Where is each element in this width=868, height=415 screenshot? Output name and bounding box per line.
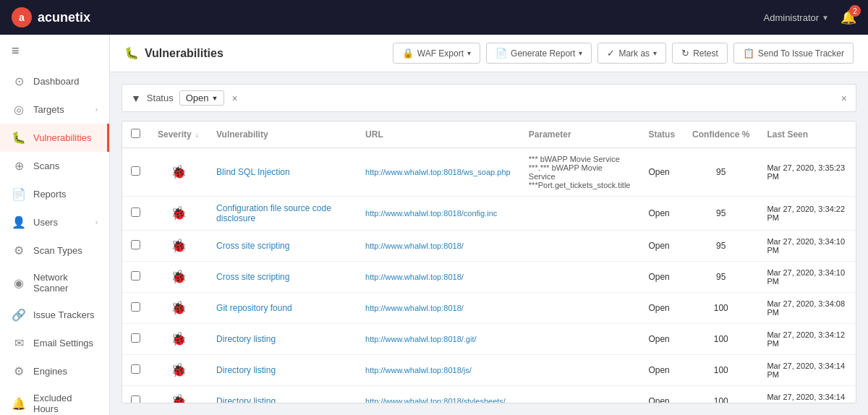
- severity-cell: 🐞: [149, 386, 208, 404]
- row-checkbox[interactable]: [131, 333, 140, 343]
- vulnerability-confidence: 100: [684, 293, 758, 324]
- vulnerability-column-header: Vulnerability: [208, 121, 357, 148]
- vulnerability-last-seen: Mar 27, 2020, 3:34:08 PM: [758, 293, 856, 324]
- vulnerability-name[interactable]: Blind SQL Injection: [208, 148, 357, 197]
- send-to-issue-tracker-button[interactable]: 📋 Send To Issue Tracker: [733, 43, 854, 64]
- sidebar-item-engines[interactable]: ⚙ Engines: [0, 357, 109, 385]
- sidebar-item-dashboard[interactable]: ⊙ Dashboard: [0, 67, 109, 95]
- vulnerability-parameter: [520, 293, 640, 324]
- severity-icon: 🐞: [171, 301, 187, 315]
- row-checkbox[interactable]: [131, 166, 140, 176]
- notification-bell[interactable]: 🔔 2: [841, 9, 856, 25]
- sidebar-item-label: Email Settings: [33, 338, 98, 348]
- sidebar-item-label: Network Scanner: [33, 272, 98, 294]
- severity-icon: 🐞: [171, 270, 187, 284]
- sidebar-item-label: Issue Trackers: [33, 309, 98, 320]
- vulnerability-url[interactable]: http://www.whalwl.top:8018/stylesheets/: [357, 386, 520, 404]
- mark-as-button[interactable]: ✓ Mark as ▾: [597, 43, 666, 64]
- severity-icon: 🐞: [171, 394, 187, 403]
- url-column-header: URL: [357, 121, 520, 148]
- vulnerability-parameter: *** bWAPP Movie Service***.*** bWAPP Mov…: [520, 148, 640, 197]
- user-menu[interactable]: Administrator ▼: [764, 12, 829, 23]
- sidebar-item-reports[interactable]: 📄 Reports: [0, 180, 109, 208]
- sidebar-item-label: Dashboard: [33, 76, 98, 87]
- send-to-tracker-label: Send To Issue Tracker: [758, 48, 844, 59]
- table-row: 🐞Directory listinghttp://www.whalwl.top:…: [122, 324, 856, 355]
- retest-button[interactable]: ↻ Retest: [672, 43, 728, 64]
- sidebar-item-vulnerabilities[interactable]: 🐛 Vulnerabilities: [0, 124, 109, 152]
- user-chevron-icon: ▼: [822, 14, 829, 22]
- vulnerability-parameter: [520, 197, 640, 231]
- severity-icon: 🐞: [171, 165, 187, 179]
- vulnerability-name[interactable]: Cross site scripting: [208, 231, 357, 262]
- retest-icon: ↻: [681, 48, 689, 59]
- severity-icon: 🐞: [171, 239, 187, 253]
- vulnerability-name[interactable]: Cross site scripting: [208, 262, 357, 293]
- status-column-header: Status: [639, 121, 684, 148]
- scans-icon: ⊕: [12, 159, 26, 173]
- filter-bar: ▼ Status Open ▼ × ×: [122, 84, 856, 112]
- sidebar-item-label: Users: [33, 217, 88, 228]
- row-checkbox[interactable]: [131, 208, 140, 217]
- filter-close-button[interactable]: ×: [841, 93, 847, 104]
- vulnerability-url[interactable]: http://www.whalwl.top:8018/: [357, 262, 520, 293]
- vulnerability-confidence: 95: [684, 231, 758, 262]
- vulnerability-url[interactable]: http://www.whalwl.top:8018/: [357, 293, 520, 324]
- severity-icon: 🐞: [171, 206, 187, 221]
- top-nav: a acunetix Administrator ▼ 🔔 2: [0, 0, 868, 35]
- caret-icon: ▾: [467, 49, 471, 57]
- sidebar-item-network-scanner[interactable]: ◉ Network Scanner: [0, 265, 109, 301]
- notification-badge: 2: [849, 5, 861, 17]
- vulnerability-parameter: [520, 231, 640, 262]
- waf-export-icon: 🔒: [402, 48, 414, 59]
- main-content: 🐛 Vulnerabilities 🔒 WAF Export ▾ 📄 Gener…: [110, 35, 868, 415]
- vulnerability-last-seen: Mar 27, 2020, 3:34:14 PM: [758, 355, 856, 386]
- table-row: 🐞Git repository foundhttp://www.whalwl.t…: [122, 293, 856, 324]
- generate-report-icon: 📄: [495, 48, 507, 59]
- filter-status-dropdown[interactable]: Open ▼: [179, 90, 225, 106]
- row-checkbox[interactable]: [131, 395, 140, 403]
- table-row: 🐞Directory listinghttp://www.whalwl.top:…: [122, 386, 856, 404]
- vulnerability-url[interactable]: http://www.whalwl.top:8018/ws_soap.php: [357, 148, 520, 197]
- vulnerability-last-seen: Mar 27, 2020, 3:34:22 PM: [758, 197, 856, 231]
- vulnerability-status: Open: [639, 262, 684, 293]
- vulnerability-url[interactable]: http://www.whalwl.top:8018/js/: [357, 355, 520, 386]
- row-checkbox[interactable]: [131, 302, 140, 312]
- severity-column-header[interactable]: Severity ↓: [149, 121, 208, 148]
- sidebar-item-issue-trackers[interactable]: 🔗 Issue Trackers: [0, 301, 109, 329]
- vulnerability-name[interactable]: Directory listing: [208, 324, 357, 355]
- row-checkbox[interactable]: [131, 240, 140, 249]
- row-checkbox[interactable]: [131, 271, 140, 281]
- filter-clear-button[interactable]: ×: [231, 93, 237, 104]
- page-title-area: 🐛 Vulnerabilities: [124, 46, 224, 60]
- select-all-header: [122, 121, 149, 148]
- vulnerability-name[interactable]: Directory listing: [208, 355, 357, 386]
- sidebar-item-users[interactable]: 👤 Users ›: [0, 208, 109, 236]
- vulnerability-parameter: [520, 324, 640, 355]
- severity-cell: 🐞: [149, 355, 208, 386]
- sidebar-item-targets[interactable]: ◎ Targets ›: [0, 95, 109, 124]
- sidebar-item-email-settings[interactable]: ✉ Email Settings: [0, 329, 109, 357]
- sidebar-item-scans[interactable]: ⊕ Scans: [0, 152, 109, 180]
- sidebar-menu-toggle[interactable]: ≡: [0, 35, 109, 67]
- chevron-right-icon: ›: [95, 106, 98, 114]
- sidebar-item-scan-types[interactable]: ⚙ Scan Types: [0, 236, 109, 265]
- row-checkbox[interactable]: [131, 364, 140, 374]
- excluded-hours-icon: 🔔: [12, 397, 26, 411]
- generate-report-button[interactable]: 📄 Generate Report ▾: [486, 43, 592, 64]
- vulnerability-confidence: 100: [684, 355, 758, 386]
- severity-cell: 🐞: [149, 231, 208, 262]
- logo-text: acunetix: [38, 10, 90, 25]
- vulnerability-url[interactable]: http://www.whalwl.top:8018/: [357, 231, 520, 262]
- vulnerability-confidence: 100: [684, 324, 758, 355]
- vulnerability-url[interactable]: http://www.whalwl.top:8018/config.inc: [357, 197, 520, 231]
- vulnerability-name[interactable]: Directory listing: [208, 386, 357, 404]
- vulnerability-name[interactable]: Configuration file source code disclosur…: [208, 197, 357, 231]
- sidebar-item-excluded-hours[interactable]: 🔔 Excluded Hours: [0, 385, 109, 415]
- waf-export-button[interactable]: 🔒 WAF Export ▾: [393, 43, 480, 64]
- email-settings-icon: ✉: [12, 336, 26, 350]
- severity-cell: 🐞: [149, 324, 208, 355]
- vulnerability-name[interactable]: Git repository found: [208, 293, 357, 324]
- vulnerability-url[interactable]: http://www.whalwl.top:8018/.git/: [357, 324, 520, 355]
- select-all-checkbox[interactable]: [131, 129, 140, 138]
